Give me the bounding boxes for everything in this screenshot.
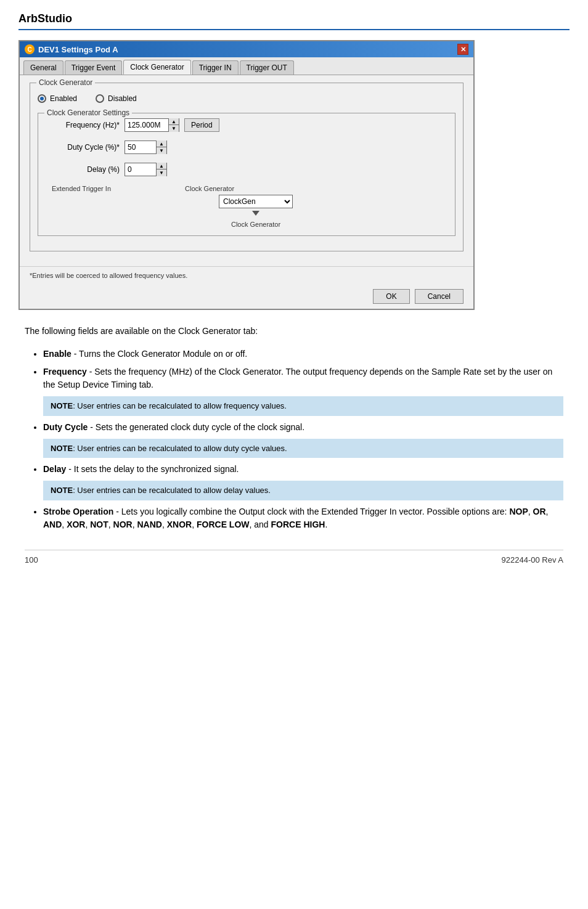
disabled-radio-btn[interactable] [96, 94, 104, 103]
strobe-or: OR [533, 507, 546, 516]
duty-cycle-row: Duty Cycle (%)* ▲ ▼ [46, 141, 447, 154]
strobe-xnor: XNOR [167, 520, 192, 529]
frequency-spin-arrows: ▲ ▼ [168, 118, 179, 132]
delay-spin-input[interactable]: ▲ ▼ [125, 163, 167, 176]
delay-input[interactable] [125, 163, 156, 176]
duty-cycle-spin-input[interactable]: ▲ ▼ [125, 141, 167, 154]
enable-desc: - Turns the Clock Generator Module on or… [74, 349, 247, 359]
tab-trigger-in[interactable]: Trigger IN [192, 60, 239, 75]
strobe-not: NOT [90, 520, 108, 529]
trigger-labels: Extended Trigger In Clock Generator [46, 185, 447, 192]
note-text-1: : User entries can be recalculated to al… [73, 401, 287, 410]
tab-trigger-event[interactable]: Trigger Event [65, 60, 123, 75]
frequency-row: Frequency (Hz)* ▲ ▼ Period [46, 118, 447, 132]
strobe-term: Strobe Operation [43, 507, 113, 516]
cancel-button[interactable]: Cancel [415, 289, 463, 304]
note-bold-2: NOTE [51, 444, 73, 453]
dialog-body: Clock Generator Enabled Disabled Clock G… [20, 75, 473, 266]
tab-clock-generator[interactable]: Clock Generator [123, 60, 190, 75]
clockgen-select[interactable]: ClockGen [219, 195, 292, 208]
settings-group-title: Clock Generator Settings [44, 108, 132, 117]
clock-generator-group-title: Clock Generator [36, 78, 95, 87]
strobe-nop: NOP [509, 507, 528, 516]
clock-gen-bottom-label: Clock Generator [231, 221, 280, 228]
duty-cycle-input[interactable] [125, 141, 156, 153]
delay-down-arrow[interactable]: ▼ [157, 169, 166, 176]
strobe-comma9: , and [250, 520, 271, 529]
period-button[interactable]: Period [184, 118, 219, 132]
note-text-3: : User entries can be recalculated to al… [73, 486, 271, 495]
list-item-frequency: Frequency - Sets the frequency (MHz) of … [43, 365, 563, 416]
frequency-note: NOTE: User entries can be recalculated t… [43, 396, 563, 416]
strobe-force-low: FORCE LOW [197, 520, 250, 529]
strobe-comma2: , [546, 507, 549, 516]
duty-cycle-down-arrow[interactable]: ▼ [157, 147, 166, 154]
note-bold-1: NOTE [51, 401, 73, 410]
ok-button[interactable]: OK [373, 289, 409, 304]
delay-term: Delay [43, 464, 66, 474]
delay-spin-arrows: ▲ ▼ [156, 163, 166, 176]
clockgen-dropdown-row: ClockGen [219, 195, 293, 208]
strobe-desc: - Lets you logically combine the Output … [116, 507, 509, 516]
frequency-input[interactable] [125, 119, 168, 131]
clock-generator-groupbox: Clock Generator Enabled Disabled Clock G… [30, 83, 463, 251]
frequency-up-arrow[interactable]: ▲ [169, 118, 179, 125]
intro-text: The following fields are available on th… [25, 325, 563, 338]
strobe-xor: XOR [67, 520, 85, 529]
close-button[interactable]: ✕ [457, 44, 468, 55]
strobe-comma5: , [108, 520, 113, 529]
strobe-and: AND [43, 520, 62, 529]
arrow-down-icon [252, 211, 259, 216]
list-item-enable: Enable - Turns the Clock Generator Modul… [43, 348, 563, 361]
delay-desc: - It sets the delay to the synchronized … [68, 464, 239, 474]
duty-cycle-up-arrow[interactable]: ▲ [157, 141, 166, 147]
duty-cycle-term: Duty Cycle [43, 422, 88, 432]
frequency-term: Frequency [43, 367, 87, 377]
duty-cycle-note: NOTE: User entries can be recalculated t… [43, 439, 563, 459]
enable-disable-row: Enabled Disabled [38, 94, 455, 103]
disabled-radio[interactable]: Disabled [96, 94, 137, 103]
frequency-down-arrow[interactable]: ▼ [169, 125, 179, 132]
strobe-comma7: , [162, 520, 167, 529]
footer-note-text: *Entries will be coerced to allowed freq… [30, 272, 187, 279]
strobe-comma6: , [133, 520, 137, 529]
frequency-spin-input[interactable]: ▲ ▼ [125, 118, 179, 132]
duty-cycle-desc: - Sets the generated clock duty cycle of… [90, 422, 304, 432]
dialog-titlebar-left: C DEV1 Settings Pod A [25, 44, 118, 54]
dialog-icon: C [25, 44, 35, 54]
dialog-tabs: General Trigger Event Clock Generator Tr… [20, 57, 473, 75]
enabled-radio[interactable]: Enabled [38, 94, 77, 103]
clock-generator-settings-groupbox: Clock Generator Settings Frequency (Hz)*… [38, 113, 455, 236]
tab-general[interactable]: General [23, 60, 63, 75]
trigger-diagram: Extended Trigger In Clock Generator Cloc… [46, 185, 447, 228]
list-item-strobe: Strobe Operation - Lets you logically co… [43, 505, 563, 531]
note-text-2: : User entries can be recalculated to al… [73, 444, 287, 453]
dialog-window: C DEV1 Settings Pod A ✕ General Trigger … [18, 40, 475, 310]
frequency-label: Frequency (Hz)* [46, 121, 120, 129]
clockgen-dropdown[interactable]: ClockGen [219, 195, 293, 208]
clock-generator-label: Clock Generator [185, 185, 234, 192]
delay-label: Delay (%) [46, 165, 120, 174]
tab-trigger-out[interactable]: Trigger OUT [240, 60, 294, 75]
duty-cycle-spin-arrows: ▲ ▼ [156, 141, 166, 154]
strobe-nor: NOR [113, 520, 133, 529]
frequency-desc: - Sets the frequency (MHz) of the Clock … [43, 367, 552, 389]
strobe-period: . [325, 520, 327, 529]
strobe-nand: NAND [137, 520, 162, 529]
strobe-comma3: , [62, 520, 67, 529]
duty-cycle-label: Duty Cycle (%)* [46, 143, 120, 152]
page-number: 100 [25, 555, 38, 565]
note-bold-3: NOTE [51, 486, 73, 495]
dialog-buttons: OK Cancel [20, 284, 473, 309]
delay-up-arrow[interactable]: ▲ [157, 163, 166, 169]
main-content: The following fields are available on th… [18, 325, 570, 565]
enabled-radio-btn[interactable] [38, 94, 46, 103]
list-item-duty-cycle: Duty Cycle - Sets the generated clock du… [43, 421, 563, 459]
enabled-label: Enabled [50, 94, 77, 103]
disabled-label: Disabled [108, 94, 137, 103]
enable-term: Enable [43, 349, 71, 359]
strobe-force-high: FORCE HIGH [271, 520, 325, 529]
bullet-list: Enable - Turns the Clock Generator Modul… [25, 348, 563, 531]
page-footer: 100 922244-00 Rev A [25, 550, 563, 565]
extended-trigger-label: Extended Trigger In [52, 185, 111, 192]
